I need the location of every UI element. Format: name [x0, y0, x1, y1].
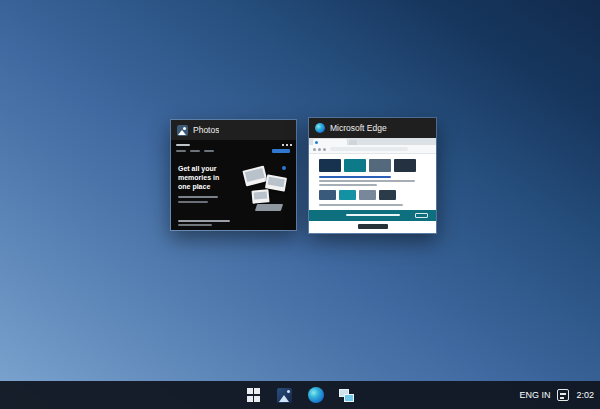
taskbar: ENG IN 2:02 [0, 381, 600, 409]
photos-thumbnail-title: Photos [193, 125, 219, 135]
edge-thumbnail-header: Microsoft Edge [309, 118, 436, 138]
photos-icon[interactable] [276, 387, 293, 404]
edge-page-content [309, 154, 436, 232]
edge-address-toolbar [309, 145, 436, 154]
edge-active-tab [313, 139, 347, 145]
desktop: Photos Get all your memories in one plac… [0, 0, 600, 409]
page-notification-banner [309, 210, 436, 221]
edge-inactive-tab [349, 140, 357, 145]
page-text-line [319, 184, 377, 186]
ime-keyboard-icon[interactable] [557, 389, 569, 401]
system-tray: ENG IN 2:02 [519, 381, 594, 409]
window-controls-icon [282, 144, 292, 146]
page-image-tile [359, 190, 376, 200]
page-text-line [319, 180, 415, 182]
photos-thumbnail-preview[interactable]: Get all your memories in one place [171, 140, 296, 230]
language-indicator[interactable]: ENG IN [519, 390, 550, 400]
start-icon[interactable] [245, 387, 262, 404]
task-view-icon[interactable] [338, 387, 355, 404]
photos-illustration [240, 166, 292, 216]
edge-thumbnail-preview[interactable] [309, 138, 436, 233]
page-image-tile [339, 190, 356, 200]
photos-new-video-button [272, 149, 290, 153]
edge-app-icon [315, 123, 325, 133]
page-link-line [319, 176, 391, 178]
address-bar [330, 147, 408, 151]
page-image-tile [319, 190, 336, 200]
photos-preview-menubar [176, 150, 214, 152]
photos-thumbnail-header: Photos [171, 120, 296, 140]
page-image-tile [344, 159, 366, 172]
photos-headline: Get all your memories in one place [178, 164, 232, 191]
photos-subtext-line [178, 196, 218, 198]
banner-button [415, 213, 428, 218]
page-image-tile [369, 159, 391, 172]
page-image-tile [379, 190, 396, 200]
edge-tab-strip [309, 138, 436, 145]
photos-preview-titlebar [176, 142, 292, 148]
edge-thumbnail-title: Microsoft Edge [330, 123, 387, 133]
taskbar-icon-group [245, 381, 355, 409]
page-image-tile [394, 159, 416, 172]
edge-window-thumbnail[interactable]: Microsoft Edge [308, 117, 437, 234]
page-image-tile [319, 159, 341, 172]
forward-icon [318, 148, 321, 151]
page-text-line [319, 204, 403, 206]
photos-footer-line [178, 220, 230, 222]
page-dark-button [358, 224, 388, 229]
photos-subtext-line [178, 201, 208, 203]
refresh-icon [323, 148, 326, 151]
back-icon [313, 148, 316, 151]
photos-footer-line [178, 224, 212, 226]
photos-app-icon [177, 125, 188, 136]
photos-window-thumbnail[interactable]: Photos Get all your memories in one plac… [170, 119, 297, 231]
clock[interactable]: 2:02 [576, 390, 594, 400]
edge-icon[interactable] [307, 387, 324, 404]
